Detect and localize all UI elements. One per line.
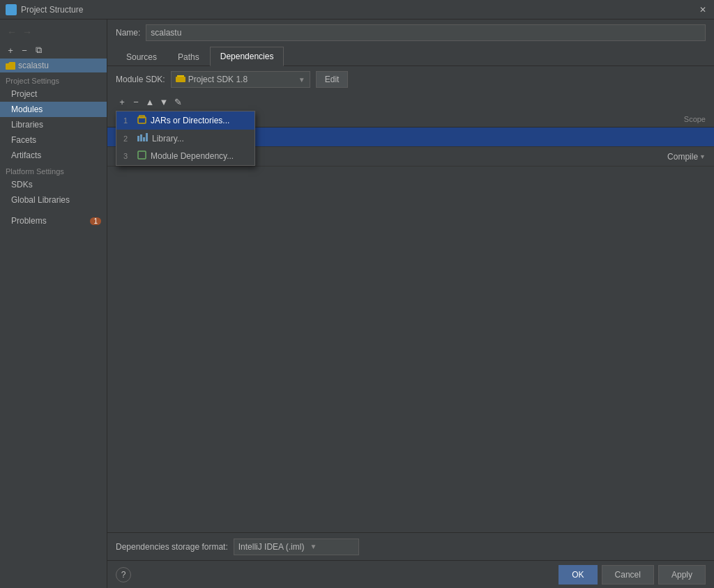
sidebar: ← → + − ⧉ scalastu Project Settings Proj…	[0, 20, 107, 588]
project-settings-label: Project Settings	[0, 72, 107, 86]
sdk-select[interactable]: Project SDK 1.8 ▼	[171, 71, 310, 88]
sdk-label: Module SDK:	[116, 75, 165, 84]
dep-col-scope-header: Scope	[650, 115, 706, 123]
module-folder-icon	[6, 61, 15, 70]
remove-module-button[interactable]: −	[18, 44, 31, 56]
nav-bar: ← →	[0, 22, 107, 42]
problems-badge: 1	[90, 217, 101, 225]
apply-button[interactable]: Apply	[658, 565, 706, 585]
sidebar-item-project[interactable]: Project	[0, 86, 107, 102]
dep-scope-scala-sdk[interactable]: Compile ▼	[650, 152, 706, 162]
scope-dropdown-arrow: ▼	[699, 153, 706, 160]
help-button[interactable]: ?	[116, 567, 131, 582]
module-name: scalastu	[18, 61, 49, 70]
dep-table: < Module source> (1.8....) scala-s	[107, 127, 714, 532]
tab-paths[interactable]: Paths	[167, 47, 210, 66]
dropdown-item-jars[interactable]: 1 JARs or Directories...	[116, 111, 255, 130]
dropdown-item-num-1: 1	[123, 116, 133, 125]
sidebar-item-libraries[interactable]: Libraries	[0, 117, 107, 132]
module-dep-icon	[137, 150, 146, 162]
add-dep-dropdown: 1 JARs or Directories... 2	[116, 111, 255, 166]
dep-toolbar: + − ▲ ▼ ✎ 1 JARs or Directories...	[107, 93, 714, 111]
dropdown-item-library[interactable]: 2 Library...	[116, 130, 255, 147]
sidebar-item-facets[interactable]: Facets	[0, 132, 107, 148]
dropdown-item-num-3: 3	[123, 152, 133, 160]
storage-label: Dependencies storage format:	[116, 542, 228, 552]
back-button[interactable]: ←	[6, 26, 18, 38]
name-label: Name:	[116, 28, 140, 38]
move-up-dep-button[interactable]: ▲	[144, 95, 156, 108]
title-bar-left: Project Structure	[6, 4, 83, 15]
svg-rect-0	[7, 6, 10, 9]
library-icon	[137, 133, 148, 144]
jar-icon	[137, 115, 146, 126]
copy-module-button[interactable]: ⧉	[32, 44, 45, 56]
module-toolbar: + − ⧉	[0, 42, 107, 59]
dep-scope-scala-sdk-value: Compile	[667, 152, 698, 162]
cancel-button[interactable]: Cancel	[602, 565, 654, 585]
edit-dep-button[interactable]: ✎	[172, 95, 184, 108]
close-button[interactable]: ✕	[697, 4, 708, 15]
add-module-button[interactable]: +	[4, 44, 17, 56]
dropdown-item-jars-label: JARs or Directories...	[151, 116, 229, 125]
storage-value: IntelliJ IDEA (.iml)	[238, 542, 305, 552]
bottom-right: OK Cancel Apply	[559, 565, 706, 585]
sidebar-item-problems[interactable]: Problems 1	[0, 213, 107, 229]
bottom-bar: ? OK Cancel Apply	[107, 560, 714, 588]
svg-rect-4	[176, 77, 185, 82]
module-item-scalastu[interactable]: scalastu	[0, 59, 107, 72]
name-row: Name:	[107, 20, 714, 46]
storage-row: Dependencies storage format: IntelliJ ID…	[107, 532, 714, 560]
remove-dep-button[interactable]: −	[130, 95, 142, 108]
title-bar-title: Project Structure	[21, 5, 83, 15]
svg-rect-1	[12, 6, 15, 9]
sdk-value: Project SDK 1.8	[188, 75, 296, 84]
add-dep-button[interactable]: +	[116, 95, 128, 108]
sidebar-item-artifacts[interactable]: Artifacts	[0, 148, 107, 163]
svg-rect-2	[7, 10, 10, 14]
name-input[interactable]	[146, 24, 706, 41]
content-area: Name: Sources Paths Dependencies Module …	[107, 20, 714, 588]
sdk-icon	[176, 75, 185, 84]
title-bar-controls: ✕	[697, 4, 708, 15]
svg-rect-8	[138, 151, 146, 159]
sdk-row: Module SDK: Project SDK 1.8 ▼ Edit	[107, 66, 714, 93]
sidebar-item-sdks[interactable]: SDKs	[0, 177, 107, 192]
storage-select[interactable]: IntelliJ IDEA (.iml) ▼	[234, 539, 359, 555]
main-layout: ← → + − ⧉ scalastu Project Settings Proj…	[0, 20, 714, 588]
platform-settings-label: Platform Settings	[0, 163, 107, 177]
svg-rect-3	[12, 10, 15, 14]
sdk-dropdown-arrow: ▼	[298, 76, 305, 84]
ok-button[interactable]: OK	[559, 565, 597, 585]
tab-sources[interactable]: Sources	[116, 47, 167, 66]
storage-dropdown-arrow: ▼	[310, 543, 317, 550]
tab-dependencies[interactable]: Dependencies	[210, 47, 284, 66]
tabs-row: Sources Paths Dependencies	[107, 46, 714, 66]
bottom-left: ?	[116, 567, 131, 582]
forward-button[interactable]: →	[21, 26, 33, 38]
edit-sdk-button[interactable]: Edit	[316, 71, 349, 88]
dropdown-item-module-dep-label: Module Dependency...	[151, 151, 234, 161]
dropdown-item-module-dep[interactable]: 3 Module Dependency...	[116, 147, 255, 165]
dropdown-item-library-label: Library...	[152, 134, 184, 144]
sidebar-item-modules[interactable]: Modules	[0, 102, 107, 117]
sidebar-item-global-libraries[interactable]: Global Libraries	[0, 192, 107, 208]
svg-rect-5	[177, 75, 184, 77]
move-down-dep-button[interactable]: ▼	[158, 95, 170, 108]
dropdown-item-num-2: 2	[123, 134, 133, 143]
title-bar: Project Structure ✕	[0, 0, 714, 20]
app-icon	[6, 4, 17, 15]
